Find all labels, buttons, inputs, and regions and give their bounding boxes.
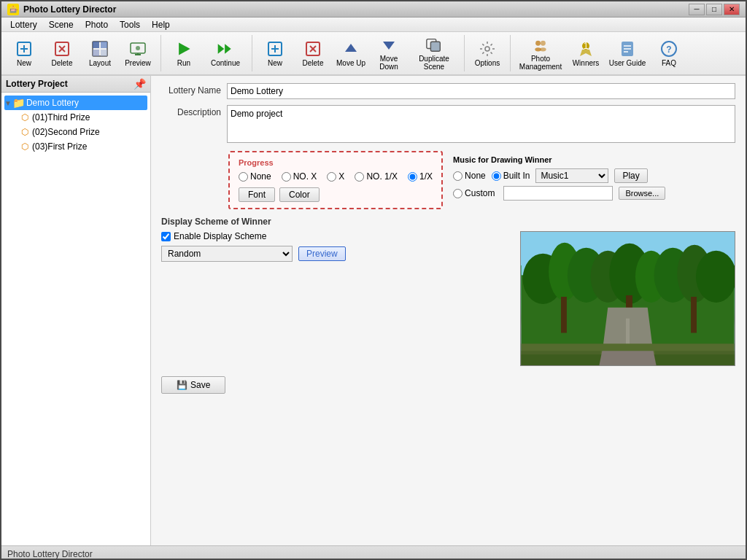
svg-marker-16: [218, 44, 225, 54]
toolbar-move-down[interactable]: Move Down: [371, 34, 407, 72]
menu-bar: Lottery Scene Photo Tools Help: [1, 18, 746, 32]
font-button[interactable]: Font: [239, 187, 275, 202]
music-select[interactable]: Music1 Music2 Music3: [535, 168, 608, 183]
menu-scene[interactable]: Scene: [43, 18, 80, 31]
enable-scheme-checkbox[interactable]: [161, 232, 171, 241]
enable-scheme-checkbox-row[interactable]: Enable Display Scheme: [161, 231, 510, 241]
new-lottery-icon: [15, 40, 33, 58]
menu-tools[interactable]: Tools: [114, 18, 146, 31]
custom-music-path[interactable]: [503, 186, 613, 201]
lottery-name-input[interactable]: [227, 83, 735, 99]
music-none[interactable]: None: [453, 171, 486, 181]
pin-button[interactable]: 📌: [133, 78, 146, 90]
toolbar-layout[interactable]: Layout: [82, 34, 118, 72]
winners-label: Winners: [573, 59, 600, 67]
svg-marker-15: [179, 42, 190, 55]
hex-icon-third: ⬡: [19, 112, 31, 123]
color-button[interactable]: Color: [279, 187, 320, 202]
hex-icon-second: ⬡: [19, 126, 31, 138]
enable-scheme-label: Enable Display Scheme: [174, 231, 266, 241]
lottery-name-label: Lottery Name: [161, 83, 227, 96]
close-button[interactable]: ✕: [724, 4, 740, 15]
tree-root[interactable]: ▼ 📁 Demo Lottery: [4, 96, 147, 110]
tree-item-second-label: (02)Second Prize: [32, 127, 100, 137]
move-down-label: Move Down: [373, 55, 405, 71]
scheme-select[interactable]: Random Scheme1 Scheme2: [161, 246, 293, 262]
tree-children: ⬡ (01)Third Prize ⬡ (02)Second Prize ⬡ (…: [4, 110, 147, 154]
menu-photo[interactable]: Photo: [80, 18, 114, 31]
status-text: Photo Lottery Director: [7, 549, 93, 559]
toolbar-winners[interactable]: 1 Winners: [568, 34, 604, 72]
options-label: Options: [475, 59, 500, 67]
winners-icon: 1: [577, 40, 595, 58]
toolbar-duplicate[interactable]: Duplicate Scene: [409, 34, 460, 72]
progress-no-1x[interactable]: NO. 1/X: [355, 171, 398, 182]
svg-marker-25: [383, 42, 395, 50]
progress-x[interactable]: X: [327, 171, 344, 182]
panel-title: Lottery Project: [6, 79, 68, 89]
minimize-button[interactable]: ─: [689, 4, 705, 15]
move-down-icon: [380, 36, 398, 53]
progress-none[interactable]: None: [239, 171, 271, 182]
toolbar-delete-scene[interactable]: Delete: [295, 34, 331, 72]
menu-help[interactable]: Help: [146, 18, 176, 31]
toolbar-run[interactable]: Run: [166, 34, 202, 72]
svg-marker-61: [599, 351, 656, 365]
scheme-preview-button[interactable]: Preview: [298, 246, 346, 261]
tree-item-first[interactable]: ⬡ (03)First Prize: [19, 139, 147, 154]
music-builtin[interactable]: Built In: [492, 171, 530, 181]
delete-lottery-icon: [53, 40, 71, 58]
browse-button[interactable]: Browse...: [619, 187, 665, 200]
play-button[interactable]: Play: [614, 168, 647, 183]
save-label: Save: [190, 380, 210, 390]
delete-scene-icon: [304, 40, 322, 58]
svg-point-28: [485, 47, 489, 51]
music-title: Music for Drawing Winner: [453, 155, 665, 164]
faq-label: FAQ: [662, 59, 676, 67]
progress-title: Progress: [239, 158, 433, 167]
toolbar-move-up[interactable]: Move Up: [333, 34, 369, 72]
svg-point-51: [696, 251, 735, 303]
toolbar-new-scene[interactable]: New: [257, 34, 293, 72]
tree-item-third[interactable]: ⬡ (01)Third Prize: [19, 110, 147, 125]
move-up-icon: [342, 40, 360, 58]
toolbar-user-guide[interactable]: User Guide: [605, 34, 649, 72]
description-control: Demo project: [227, 105, 735, 145]
layout-label: Layout: [89, 59, 111, 67]
title-bar: 🎰 Photo Lottery Director ─ □ ✕: [1, 1, 746, 18]
svg-rect-9: [93, 50, 99, 56]
guide-icon: [619, 40, 636, 58]
description-label: Description: [161, 105, 227, 117]
tree-item-second[interactable]: ⬡ (02)Second Prize: [19, 125, 147, 139]
status-bar: Photo Lottery Director: [1, 545, 746, 560]
continue-label: Continue: [211, 59, 240, 67]
preview-label: Preview: [125, 59, 151, 67]
right-panel: Lottery Name Description Demo project Pr…: [151, 76, 746, 545]
toolbar-preview[interactable]: Preview: [120, 34, 156, 72]
menu-lottery[interactable]: Lottery: [4, 18, 43, 31]
tree-item-third-label: (01)Third Prize: [32, 112, 90, 122]
save-button[interactable]: 💾 Save: [161, 376, 225, 394]
toolbar-delete-lottery[interactable]: Delete: [44, 34, 80, 72]
toolbar-new-lottery[interactable]: New: [6, 34, 42, 72]
toolbar-photo-mgmt[interactable]: Photo Management: [515, 34, 566, 72]
progress-1x[interactable]: 1/X: [408, 171, 433, 182]
lottery-name-row: Lottery Name: [161, 83, 735, 99]
restore-button[interactable]: □: [706, 4, 722, 15]
description-row: Description Demo project: [161, 105, 735, 145]
preview-icon: [129, 40, 147, 58]
svg-rect-8: [101, 42, 107, 48]
forest-image: [520, 231, 735, 366]
toolbar-options[interactable]: Options: [469, 34, 506, 72]
app-icon: 🎰: [7, 4, 19, 15]
tree-root-label: Demo Lottery: [26, 98, 79, 108]
toolbar-continue[interactable]: Continue: [204, 34, 247, 72]
duplicate-label: Duplicate Scene: [411, 55, 457, 71]
photo-mgmt-icon: [532, 36, 549, 53]
svg-rect-10: [101, 50, 107, 56]
toolbar-faq[interactable]: ? FAQ: [651, 34, 687, 72]
progress-no-x[interactable]: NO. X: [282, 171, 317, 182]
music-custom[interactable]: Custom: [453, 188, 495, 198]
guide-label: User Guide: [609, 59, 646, 67]
description-input[interactable]: Demo project: [227, 105, 735, 143]
